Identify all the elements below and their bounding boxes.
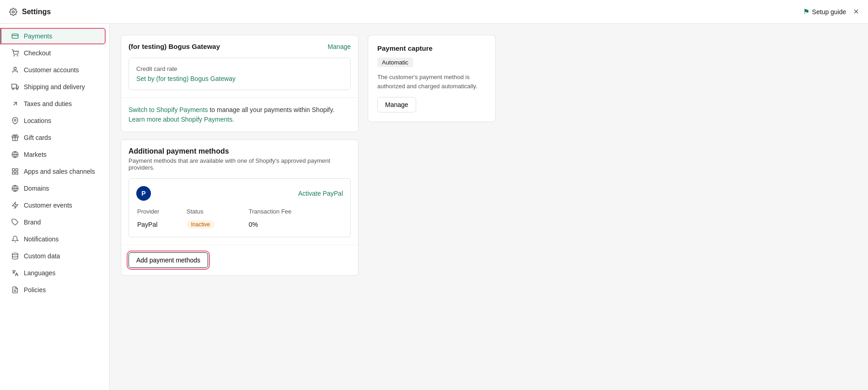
sidebar-item-customer-events-label: Customer events <box>24 202 72 209</box>
sidebar-item-taxes-label: Taxes and duties <box>24 100 72 107</box>
sidebar-item-languages-label: Languages <box>24 269 55 277</box>
right-panel: Payment capture Automatic The customer's… <box>368 35 496 276</box>
shipping-icon <box>11 83 19 91</box>
payment-capture-badge: Automatic <box>377 58 413 67</box>
provider-col-header: Provider <box>137 208 186 218</box>
sidebar-item-notifications[interactable]: Notifications <box>4 231 106 247</box>
sidebar-item-locations-label: Locations <box>24 117 51 124</box>
svg-point-0 <box>12 11 15 13</box>
payment-capture-card: Payment capture Automatic The customer's… <box>368 35 496 122</box>
checkout-icon <box>11 49 19 57</box>
payments-content: (for testing) Bogus Gateway Manage Credi… <box>121 35 359 276</box>
paypal-provider-name: PayPal <box>137 219 186 229</box>
sidebar-item-payments[interactable]: Payments <box>0 28 106 44</box>
layout: Payments Checkout Customer accounts Ship… <box>0 24 868 390</box>
customer-accounts-icon <box>11 66 19 74</box>
policies-icon <box>11 286 19 294</box>
gateway-card: (for testing) Bogus Gateway Manage Credi… <box>121 35 359 132</box>
switch-to-shopify-link[interactable]: Switch to Shopify Payments <box>129 106 208 113</box>
header-right: ⚑ Setup guide × <box>803 6 859 17</box>
payments-icon <box>11 32 19 40</box>
svg-point-3 <box>14 55 14 56</box>
paypal-row: PayPal Inactive 0% <box>137 219 342 229</box>
gift-cards-icon <box>11 134 19 142</box>
brand-icon <box>11 218 19 226</box>
sidebar-item-customer-accounts[interactable]: Customer accounts <box>4 62 106 78</box>
add-payment-methods-button[interactable]: Add payment methods <box>129 252 208 268</box>
payment-capture-description: The customer's payment method is authori… <box>377 73 486 91</box>
locations-icon <box>11 117 19 125</box>
svg-marker-7 <box>16 85 19 88</box>
paypal-status-cell: Inactive <box>187 219 248 229</box>
sidebar-item-languages[interactable]: Languages <box>4 265 106 281</box>
paypal-fee: 0% <box>249 219 342 229</box>
main-inner: (for testing) Bogus Gateway Manage Credi… <box>121 35 496 276</box>
svg-rect-16 <box>12 169 15 171</box>
add-methods-section: Add payment methods <box>121 245 358 275</box>
switch-notice: Switch to Shopify Payments to manage all… <box>121 97 358 132</box>
sidebar-item-checkout-label: Checkout <box>24 49 51 57</box>
sidebar-item-policies[interactable]: Policies <box>4 282 106 298</box>
sidebar-item-gift-cards-label: Gift cards <box>24 134 51 141</box>
header-left: Settings <box>9 8 51 16</box>
sidebar-item-brand-label: Brand <box>24 219 41 226</box>
taxes-icon <box>11 100 19 108</box>
paypal-status-badge: Inactive <box>187 220 214 229</box>
sidebar-item-notifications-label: Notifications <box>24 235 59 243</box>
sidebar-item-brand[interactable]: Brand <box>4 214 106 230</box>
sidebar-item-apps-channels[interactable]: Apps and sales channels <box>4 163 106 180</box>
learn-more-link[interactable]: Learn more about Shopify Payments. <box>129 116 234 123</box>
sidebar-item-locations[interactable]: Locations <box>4 112 106 129</box>
markets-icon <box>11 150 19 159</box>
sidebar-item-apps-channels-label: Apps and sales channels <box>24 168 95 175</box>
apps-channels-icon <box>11 167 19 176</box>
svg-marker-22 <box>12 202 18 208</box>
sidebar-item-markets[interactable]: Markets <box>4 146 106 163</box>
transaction-fee-col-header: Transaction Fee <box>249 208 342 218</box>
additional-title: Additional payment methods <box>129 147 351 155</box>
svg-point-24 <box>12 253 18 255</box>
sidebar-item-shipping[interactable]: Shipping and delivery <box>4 79 106 95</box>
gateway-title: (for testing) Bogus Gateway <box>129 43 220 50</box>
languages-icon <box>11 269 19 277</box>
customer-events-icon <box>11 201 19 209</box>
close-button[interactable]: × <box>853 6 859 17</box>
svg-line-10 <box>14 102 17 106</box>
main-content: (for testing) Bogus Gateway Manage Credi… <box>110 24 868 390</box>
sidebar-item-payments-label: Payments <box>24 32 52 40</box>
sidebar-item-domains[interactable]: Domains <box>4 180 106 197</box>
credit-card-rate-label: Credit card rate <box>136 65 343 72</box>
sidebar: Payments Checkout Customer accounts Ship… <box>0 24 110 390</box>
sidebar-item-taxes[interactable]: Taxes and duties <box>4 96 106 112</box>
svg-rect-19 <box>16 172 18 174</box>
paypal-header: P Activate PayPal <box>136 186 343 201</box>
gateway-header: (for testing) Bogus Gateway Manage <box>121 35 358 58</box>
setup-guide-button[interactable]: ⚑ Setup guide <box>803 7 847 16</box>
sidebar-item-custom-data[interactable]: Custom data <box>4 248 106 264</box>
payment-capture-manage-button[interactable]: Manage <box>377 97 416 112</box>
app-header: Settings ⚑ Setup guide × <box>0 0 868 24</box>
header-title: Settings <box>22 8 51 16</box>
notifications-icon <box>11 235 19 243</box>
sidebar-item-shipping-label: Shipping and delivery <box>24 83 85 91</box>
sidebar-item-customer-accounts-label: Customer accounts <box>24 66 79 74</box>
sidebar-item-gift-cards[interactable]: Gift cards <box>4 129 106 146</box>
flag-icon: ⚑ <box>803 7 809 16</box>
sidebar-item-checkout[interactable]: Checkout <box>4 45 106 61</box>
credit-card-rate-box: Credit card rate Set by (for testing) Bo… <box>129 58 351 90</box>
settings-icon <box>9 8 17 16</box>
paypal-table: Provider Status Transaction Fee PayPal I… <box>136 207 343 230</box>
activate-paypal-button[interactable]: Activate PayPal <box>298 190 343 197</box>
sidebar-item-domains-label: Domains <box>24 185 49 192</box>
svg-rect-18 <box>12 172 15 174</box>
sidebar-item-customer-events[interactable]: Customer events <box>4 197 106 214</box>
paypal-box: P Activate PayPal Provider Status Transa… <box>129 178 351 237</box>
sidebar-item-policies-label: Policies <box>24 286 46 294</box>
gateway-manage-button[interactable]: Manage <box>327 43 351 50</box>
credit-card-gateway-link[interactable]: Set by (for testing) Bogus Gateway <box>136 75 236 82</box>
svg-point-5 <box>14 67 16 69</box>
switch-text: to manage all your payments within Shopi… <box>209 106 334 113</box>
domains-icon <box>11 184 19 192</box>
sidebar-item-custom-data-label: Custom data <box>24 252 60 260</box>
additional-header: Additional payment methods Payment metho… <box>121 140 358 178</box>
